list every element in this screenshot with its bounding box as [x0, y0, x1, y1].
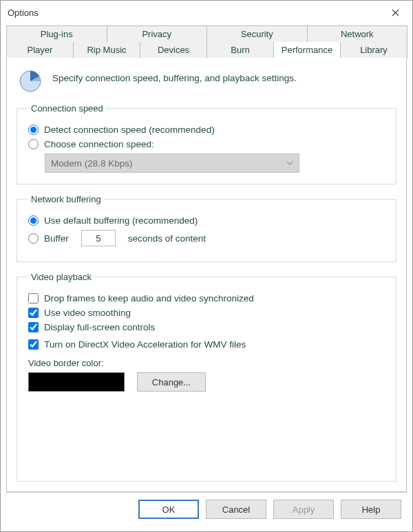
tab-devices[interactable]: Devices [140, 42, 207, 58]
check-row-directx[interactable]: Turn on DirectX Video Acceleration for W… [28, 339, 385, 350]
video-border-color-label: Video border color: [28, 358, 385, 368]
radio-choose-label: Choose connection speed: [44, 139, 154, 149]
tab-panel-performance: Specify connection speed, buffering, and… [6, 57, 407, 492]
change-color-button[interactable]: Change... [137, 372, 206, 392]
tab-burn[interactable]: Burn [206, 42, 274, 58]
radio-row-default-buffering[interactable]: Use default buffering (recommended) [28, 215, 385, 226]
checkbox-smoothing[interactable] [28, 308, 39, 318]
intro-row: Specify connection speed, buffering, and… [17, 66, 396, 94]
titlebar: Options [1, 1, 412, 24]
radio-detect-label: Detect connection speed (recommended) [44, 125, 215, 135]
tab-security[interactable]: Security [206, 25, 308, 42]
tab-privacy[interactable]: Privacy [107, 25, 208, 42]
tab-network[interactable]: Network [307, 25, 408, 42]
tab-library[interactable]: Library [340, 42, 407, 58]
radio-default-buffering-label: Use default buffering (recommended) [44, 215, 198, 226]
dialog-body: Plug-ins Privacy Security Network Player… [1, 24, 412, 531]
radio-row-detect[interactable]: Detect connection speed (recommended) [28, 125, 385, 135]
radio-buffer-amount[interactable] [28, 233, 39, 244]
group-connection-speed: Connection speed Detect connection speed… [17, 103, 396, 184]
help-button[interactable]: Help [341, 500, 401, 519]
close-icon [392, 7, 399, 19]
pie-chart-icon [18, 69, 43, 94]
connection-speed-select: Modem (28.8 Kbps) [45, 153, 299, 173]
checkbox-fullscreen[interactable] [28, 322, 39, 332]
check-row-smoothing[interactable]: Use video smoothing [28, 308, 385, 318]
checkbox-smoothing-label: Use video smoothing [44, 308, 131, 318]
apply-button[interactable]: Apply [273, 500, 334, 519]
tab-player[interactable]: Player [6, 42, 74, 58]
tab-plugins[interactable]: Plug-ins [6, 25, 107, 42]
legend-connection-speed: Connection speed [28, 103, 106, 114]
legend-video-playback: Video playback [28, 272, 94, 282]
connection-speed-value: Modem (28.8 Kbps) [51, 158, 133, 169]
checkbox-dropframes-label: Drop frames to keep audio and video sync… [44, 293, 254, 304]
buffer-prefix-label: Buffer [44, 233, 69, 244]
check-row-fullscreen[interactable]: Display full-screen controls [28, 322, 385, 332]
radio-detect-speed[interactable] [28, 125, 39, 135]
group-video-playback: Video playback Drop frames to keep audio… [17, 272, 396, 482]
cancel-button[interactable]: Cancel [206, 500, 266, 519]
checkbox-fullscreen-label: Display full-screen controls [44, 322, 155, 332]
legend-network-buffering: Network buffering [28, 194, 104, 204]
group-network-buffering: Network buffering Use default buffering … [17, 194, 396, 262]
intro-text: Specify connection speed, buffering, and… [52, 69, 297, 83]
buffer-seconds-input[interactable] [81, 230, 116, 246]
chevron-down-icon [286, 158, 293, 169]
checkbox-dropframes[interactable] [28, 293, 39, 304]
tab-rip-music[interactable]: Rip Music [73, 42, 140, 58]
buffer-suffix-label: seconds of content [128, 233, 206, 244]
checkbox-directx-label: Turn on DirectX Video Acceleration for W… [44, 339, 246, 350]
radio-row-buffer-amount[interactable]: Buffer seconds of content [28, 230, 385, 246]
check-row-dropframes[interactable]: Drop frames to keep audio and video sync… [28, 293, 385, 304]
options-dialog: Options Plug-ins Privacy Security Networ… [0, 0, 413, 532]
window-title: Options [8, 8, 39, 18]
dialog-button-bar: OK Cancel Apply Help [6, 492, 407, 526]
radio-row-choose[interactable]: Choose connection speed: [28, 139, 385, 149]
tab-performance[interactable]: Performance [273, 42, 341, 58]
checkbox-directx[interactable] [28, 339, 39, 350]
ok-button[interactable]: OK [138, 500, 199, 519]
tab-strip: Plug-ins Privacy Security Network Player… [6, 25, 407, 58]
radio-default-buffering[interactable] [28, 215, 39, 226]
video-border-color-swatch [28, 372, 125, 392]
radio-choose-speed[interactable] [28, 139, 39, 149]
close-button[interactable] [385, 3, 405, 22]
